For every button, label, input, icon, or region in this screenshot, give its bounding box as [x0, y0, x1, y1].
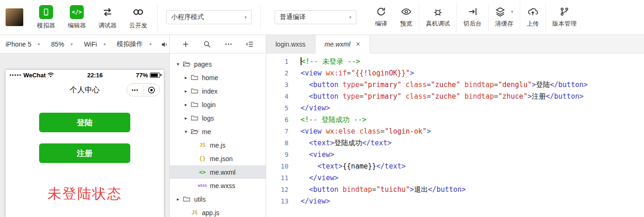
tree-item-home[interactable]: ▸home	[170, 71, 266, 84]
tree-item-label: me.wxss	[210, 182, 235, 190]
simulator-panel: iPhone 5 ▾ 85% ▾ WiFi ▾ 模拟操作 ▾	[0, 35, 170, 217]
tab-me-wxml[interactable]: me.wxml ×	[315, 35, 370, 54]
wifi-icon	[47, 72, 54, 79]
compile-button[interactable]: 编译	[369, 3, 394, 32]
line-number: 6	[266, 114, 288, 126]
debugger-label: 调试器	[99, 21, 117, 30]
folder-open-icon	[189, 129, 200, 135]
phone-screen: ●●●●● WeChat 22:16 77% 个	[6, 70, 164, 217]
mute-icon[interactable]	[161, 41, 168, 50]
code-line-11[interactable]: 11 </view>	[266, 172, 644, 184]
mode-select[interactable]: 小程序模式 ▾	[166, 10, 252, 24]
tree-item-me.js[interactable]: JSme.js	[170, 138, 266, 152]
network-select[interactable]: WiFi ▾	[84, 41, 106, 48]
code-editor[interactable]: 1<!-- 未登录 -->2<view wx:if="{{!loginOK}}"…	[266, 54, 644, 217]
toolbar-divider	[157, 4, 158, 30]
tree-item-label: login	[202, 101, 216, 108]
code-line-13[interactable]: 13</view>	[266, 196, 644, 207]
code-line-2[interactable]: 2<view wx:if="{{!loginOK}}">	[266, 68, 644, 79]
battery-icon	[150, 73, 160, 78]
compile-icon	[376, 7, 386, 17]
code-line-9[interactable]: 9 <view>	[266, 149, 644, 161]
file-explorer-toolbar	[170, 35, 266, 54]
chevron-right-icon[interactable]: ▸	[182, 75, 189, 80]
line-number: 2	[266, 68, 288, 79]
folder-icon	[181, 196, 192, 202]
tree-item-login[interactable]: ▸login	[170, 98, 266, 111]
tree-item-me[interactable]: ▾me	[170, 125, 266, 138]
upload-icon	[528, 7, 538, 17]
folder-icon	[189, 88, 200, 94]
zoom-select[interactable]: 85% ▾	[51, 41, 73, 48]
upload-button[interactable]: 上传	[520, 3, 545, 32]
tree-item-utils[interactable]: ▸utils	[170, 192, 266, 206]
exit-button[interactable]	[144, 86, 160, 94]
tree-item-label: pages	[194, 61, 212, 68]
code-line-4[interactable]: 4 <button type="primary" class="zuche" b…	[266, 91, 644, 102]
chevron-down-icon[interactable]: ▾	[182, 129, 189, 134]
debugger-toggle-button[interactable]: 调试器	[92, 3, 123, 32]
tree-item-me.wxss[interactable]: wxssme.wxss	[170, 179, 266, 192]
chevron-right-icon[interactable]: ▸	[182, 115, 189, 121]
more-icon[interactable]	[223, 39, 234, 50]
line-number: 11	[266, 172, 288, 184]
compile-mode-select[interactable]: 普通编译 ▾	[275, 10, 356, 24]
code-line-8[interactable]: 8 <text>登陆成功</text>	[266, 137, 644, 149]
code-line-1[interactable]: 1<!-- 未登录 -->	[266, 56, 644, 68]
code-line-12[interactable]: 12 <button bindtap="tuichu">退出</button>	[266, 184, 644, 196]
version-control-button[interactable]: 版本管理	[545, 3, 583, 32]
tree-item-pages[interactable]: ▾pages	[170, 57, 266, 71]
line-number: 8	[266, 137, 288, 149]
chevron-down-icon: ▾	[38, 42, 40, 47]
line-number: 7	[266, 126, 288, 137]
tree-item-label: index	[202, 88, 217, 95]
chevron-down-icon: ▾	[149, 42, 152, 47]
tree-item-me.wxml[interactable]: <>me.wxml	[170, 165, 266, 179]
chevron-down-icon: ▾	[349, 15, 351, 20]
chevron-down-icon: ▾	[511, 9, 513, 14]
top-toolbar: 模拟器 </> 编辑器 调试器 云开发 小程序模式 ▾ 普通编译 ▾	[0, 0, 644, 35]
editor-toggle-button[interactable]: </> 编辑器	[61, 3, 92, 32]
simulator-toolbar: iPhone 5 ▾ 85% ▾ WiFi ▾ 模拟操作 ▾	[0, 35, 169, 54]
simulate-actions-select[interactable]: 模拟操作 ▾	[117, 40, 152, 48]
cloud-dev-button[interactable]: 云开发	[123, 3, 154, 32]
tree-item-app.js[interactable]: JSapp.js	[170, 206, 266, 217]
version-control-icon	[559, 7, 570, 17]
simulator-toggle-button[interactable]: 模拟器	[31, 3, 61, 32]
preview-button[interactable]: 预览	[394, 3, 419, 32]
json-file-icon: {}	[197, 156, 208, 162]
code-line-6[interactable]: 6<!-- 登陆成功 -->	[266, 114, 644, 126]
user-avatar[interactable]	[6, 8, 23, 26]
add-file-icon[interactable]	[180, 39, 191, 50]
more-button[interactable]: •••	[127, 83, 143, 96]
login-status-text: 未登陆状态	[6, 184, 164, 203]
tab-login-wxss[interactable]: login.wxss	[266, 35, 315, 53]
login-button[interactable]: 登陆	[39, 113, 130, 132]
editor-label: 编辑器	[68, 21, 86, 30]
main-area: iPhone 5 ▾ 85% ▾ WiFi ▾ 模拟操作 ▾	[0, 35, 644, 217]
code-line-10[interactable]: 10 <text>{{name}}</text>	[266, 161, 644, 172]
register-button[interactable]: 注册	[39, 143, 130, 163]
close-icon[interactable]: ×	[356, 40, 360, 48]
mini-program-capsule: •••	[127, 83, 160, 96]
code-line-7[interactable]: 7<view wx:else class="login-ok">	[266, 126, 644, 137]
switch-background-button[interactable]: 切后台	[456, 3, 488, 32]
collapse-icon[interactable]	[244, 39, 255, 50]
tree-item-logs[interactable]: ▸logs	[170, 111, 266, 125]
tree-item-index[interactable]: ▸index	[170, 84, 266, 98]
mode-select-value: 小程序模式	[171, 13, 204, 21]
folder-open-icon	[181, 61, 192, 67]
code-line-3[interactable]: 3 <button type="primary" class="zuche" b…	[266, 79, 644, 91]
search-icon[interactable]	[201, 39, 213, 50]
chevron-down-icon[interactable]: ▾	[174, 61, 181, 67]
code-line-5[interactable]: 5</view>	[266, 102, 644, 114]
device-select[interactable]: iPhone 5 ▾	[6, 41, 40, 48]
line-number: 1	[266, 56, 288, 68]
remote-debug-button[interactable]: 真机调试	[419, 3, 456, 32]
chevron-right-icon[interactable]: ▸	[182, 88, 189, 94]
chevron-right-icon[interactable]: ▸	[182, 102, 189, 107]
clear-cache-button[interactable]: ▾ 清缓存	[488, 3, 520, 32]
chevron-right-icon[interactable]: ▸	[174, 197, 181, 202]
tree-item-me.json[interactable]: {}me.json	[170, 152, 266, 165]
carrier-label: WeChat	[23, 72, 46, 79]
